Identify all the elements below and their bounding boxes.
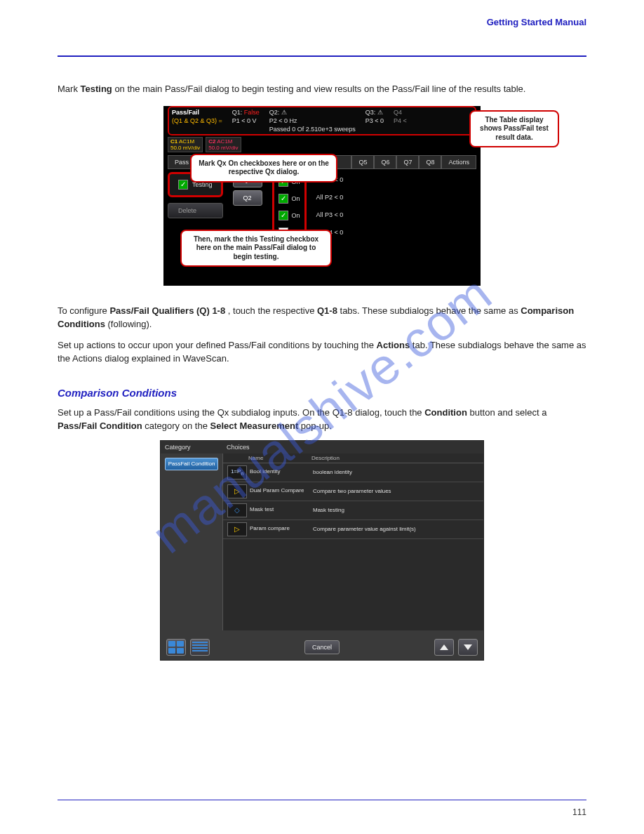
section-comparison-conditions: Comparison Conditions [58, 387, 586, 399]
col-desc: Description [311, 455, 340, 461]
tab-actions[interactable]: Actions [441, 155, 476, 169]
cond-p2: All P2 < 0 [316, 194, 344, 201]
mask-test-icon: ◇ [227, 503, 247, 517]
callout-qx-on: Mark Qx On checkboxes here or on the res… [190, 154, 337, 183]
channel-c1: C1 AC1M 50.0 mV/div [168, 137, 203, 152]
tab-q8[interactable]: Q8 [419, 155, 441, 169]
passfail-results-bar: Pass/Fail (Q1 & Q2 & Q3) = Q1: False P1 … [168, 106, 476, 135]
para-actions: Set up actions to occur upon your define… [58, 338, 586, 366]
para-comparison: Set up a Pass/Fail conditions using the … [58, 406, 586, 433]
bool-identity-icon: 1=Pn [227, 465, 247, 479]
passfail-expr: (Q1 & Q2 & Q3) = [172, 117, 222, 124]
footer-rule [58, 800, 586, 800]
cancel-button[interactable]: Cancel [304, 640, 340, 654]
choice-bool-identity[interactable]: 1=Pn Bool identity boolean identity [223, 463, 483, 482]
choices-header: Choices [222, 441, 483, 454]
cond-p3: All P3 < 0 [316, 211, 344, 218]
category-header: Category [161, 441, 222, 454]
col-name: Name [248, 455, 311, 461]
para-configure: To configure Pass/Fail Qualifiers (Q) 1-… [58, 304, 586, 331]
choice-param-compare[interactable]: ▷ Param compare Compare parameter value … [223, 520, 483, 539]
header-rule [58, 55, 586, 57]
view-list-button[interactable] [190, 639, 210, 656]
down-button[interactable] [458, 639, 478, 656]
page-number: 111 [572, 807, 586, 817]
choice-dual-param-compare[interactable]: ▷ Dual Param Compare Compare two paramet… [223, 482, 483, 501]
passfail-condition-category-button[interactable]: PassFail Condition [165, 458, 218, 471]
param-compare-icon: ▷ [227, 522, 247, 536]
up-button[interactable] [434, 639, 454, 656]
header-title: Getting Started Manual [487, 17, 586, 27]
callout-table-display: The Table display shows Pass/Fail test r… [469, 110, 559, 148]
intro-para-1: Mark Testing on the main Pass/Fail dialo… [58, 82, 586, 96]
channel-c2: C2 AC1M 50.0 mV/div [206, 137, 241, 152]
condition-chooser-dialog: Category Choices PassFail Condition Name… [160, 440, 484, 661]
callout-testing: Then, mark the this Testing checkbox her… [180, 230, 332, 267]
delete-button[interactable]: Delete [168, 203, 223, 218]
tab-q6[interactable]: Q6 [374, 155, 396, 169]
q2-button[interactable]: Q2 [233, 190, 262, 206]
q2-on-checkbox[interactable]: ✓ [279, 194, 288, 204]
passfail-label: Pass/Fail [172, 109, 222, 116]
q3-on-checkbox[interactable]: ✓ [279, 211, 288, 220]
choice-mask-test[interactable]: ◇ Mask test Mask testing [223, 501, 483, 520]
tab-q5[interactable]: Q5 [351, 155, 374, 169]
tab-q7[interactable]: Q7 [396, 155, 419, 169]
dual-param-icon: ▷ [227, 484, 247, 498]
check-icon: ✓ [178, 180, 188, 190]
view-grid-button[interactable] [166, 639, 186, 656]
delete-button-area: Delete [168, 203, 223, 218]
